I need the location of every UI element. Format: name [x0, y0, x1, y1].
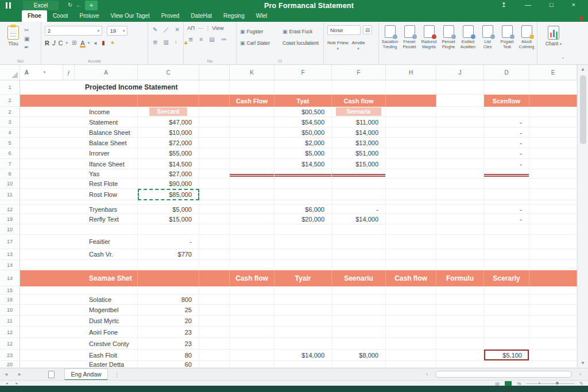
dialog-launcher-icon[interactable]: ▤: [363, 25, 372, 34]
menu-tab-proved[interactable]: Proved: [156, 10, 185, 22]
banner-cell-e[interactable]: [529, 270, 577, 286]
back-icon[interactable]: ←: [76, 2, 82, 8]
wrap-text-button[interactable]: AΠ: [187, 25, 195, 31]
cell-k[interactable]: [230, 178, 274, 189]
cell-k[interactable]: [230, 235, 274, 249]
toggle-fogster[interactable]: ▣Fogster: [240, 26, 283, 37]
font-size-select[interactable]: 19▾: [107, 26, 127, 36]
cell-e[interactable]: [529, 260, 577, 270]
cell-f1[interactable]: [274, 338, 332, 350]
banner-cell-f1[interactable]: Tyat: [274, 95, 332, 107]
cell-f2[interactable]: $15,000: [332, 159, 386, 169]
banner-cell-a[interactable]: [20, 95, 138, 107]
banner-cell-k[interactable]: Cash flow: [230, 270, 274, 286]
cell-f1[interactable]: [274, 286, 332, 294]
cell-f1[interactable]: $00,500: [274, 107, 332, 117]
cell-g[interactable]: [199, 200, 230, 205]
cell-c[interactable]: 60: [138, 361, 199, 368]
cell-d[interactable]: [484, 286, 529, 294]
cell-j[interactable]: [436, 260, 484, 270]
cell-e[interactable]: [529, 235, 577, 249]
cell-a[interactable]: Cash Vr.: [20, 249, 138, 260]
cell-f2[interactable]: $14,000: [332, 127, 386, 138]
column-header-h-6[interactable]: H: [386, 65, 436, 80]
cell-a[interactable]: Rost Flow: [20, 189, 138, 200]
cell-f1[interactable]: [274, 80, 332, 95]
hscroll-left-icon[interactable]: ‹: [426, 371, 428, 377]
cell-a[interactable]: Statement: [20, 117, 138, 127]
cell-g[interactable]: [199, 361, 230, 368]
cell-f2[interactable]: [332, 286, 386, 294]
cell-c[interactable]: 25: [138, 305, 199, 316]
cell-e[interactable]: [529, 294, 577, 305]
cell-h[interactable]: [386, 189, 436, 200]
row-number[interactable]: 2: [0, 95, 20, 107]
new-tab-button[interactable]: +: [85, 1, 98, 10]
cell-g[interactable]: [199, 107, 230, 117]
cell-j[interactable]: [436, 189, 484, 200]
menu-tab-wlel[interactable]: Wlel: [250, 10, 273, 22]
cell-h[interactable]: [386, 148, 436, 159]
sheet-title-cell[interactable]: Projected Income Statement: [20, 80, 199, 95]
row-number[interactable]: 3: [0, 117, 20, 127]
cell-f1[interactable]: [274, 361, 332, 368]
slash-icon[interactable]: ／: [162, 26, 170, 33]
cell-e[interactable]: [529, 305, 577, 316]
row-number[interactable]: 1: [0, 80, 20, 95]
cell-k[interactable]: [230, 138, 274, 148]
banner-cell-h[interactable]: [386, 95, 436, 107]
new-sheet-icon[interactable]: [48, 371, 55, 378]
scroll-down-icon[interactable]: ▼: [581, 359, 585, 368]
cell-f2[interactable]: $51,000: [332, 148, 386, 159]
column-header-f-5[interactable]: F: [332, 65, 386, 80]
sheet-tab-active[interactable]: Eng Andaw: [64, 368, 108, 381]
cell-f1[interactable]: [274, 294, 332, 305]
cell-c[interactable]: [138, 200, 199, 205]
number-dropdown-2[interactable]: Arndle▾: [351, 40, 365, 52]
minimize-icon[interactable]: —: [525, 1, 531, 9]
column-header-blank[interactable]: [199, 65, 230, 80]
cell-g[interactable]: [199, 286, 230, 294]
banner-cell-a[interactable]: Seamae Shet: [20, 270, 138, 286]
more-options-icon[interactable]: ···: [198, 25, 204, 31]
cell-g[interactable]: [199, 235, 230, 249]
cell-j[interactable]: [436, 80, 484, 95]
select-all-corner[interactable]: [0, 65, 20, 80]
cell-e[interactable]: [529, 316, 577, 327]
app-tab-excel[interactable]: Excel: [23, 1, 59, 10]
page-layout-icon[interactable]: [505, 381, 512, 386]
cell-f1[interactable]: $14,000: [274, 350, 332, 361]
cell-h[interactable]: [386, 350, 436, 361]
cell-c[interactable]: $47,000: [138, 117, 199, 127]
cell-g[interactable]: [199, 159, 230, 169]
cell-h[interactable]: [386, 205, 436, 214]
cell-h[interactable]: [386, 260, 436, 270]
row-number[interactable]: 11: [0, 316, 20, 327]
row-number[interactable]: 19: [0, 214, 20, 224]
cell-f1[interactable]: $2,000: [274, 138, 332, 148]
cell-g[interactable]: [199, 224, 230, 235]
row-number[interactable]: 4: [0, 127, 20, 138]
cell-d[interactable]: -: [484, 117, 529, 127]
cell-c[interactable]: $10,000: [138, 127, 199, 138]
cell-c[interactable]: $5,000: [138, 205, 199, 214]
copy-icon[interactable]: ▣: [23, 35, 30, 42]
highlighted-cell[interactable]: $5,100: [484, 350, 529, 361]
column-header-c-1[interactable]: C: [138, 65, 199, 80]
cell-f1[interactable]: [274, 305, 332, 316]
cell-c[interactable]: 20: [138, 316, 199, 327]
align-center-icon[interactable]: ≡: [198, 36, 204, 43]
cell-e[interactable]: [529, 200, 577, 205]
cell-f1[interactable]: $50,000: [274, 127, 332, 138]
cell-k[interactable]: [230, 294, 274, 305]
cell-h[interactable]: [386, 316, 436, 327]
cell-k[interactable]: [230, 169, 274, 178]
cell-c[interactable]: [138, 224, 199, 235]
cell-a[interactable]: Balance Sheet: [20, 127, 138, 138]
cell-h[interactable]: [386, 138, 436, 148]
cell-k[interactable]: [230, 224, 274, 235]
underline-button[interactable]: C: [58, 40, 63, 46]
refresh-icon[interactable]: ↻: [68, 2, 72, 8]
cell-j[interactable]: [436, 178, 484, 189]
cell-g[interactable]: [199, 249, 230, 260]
